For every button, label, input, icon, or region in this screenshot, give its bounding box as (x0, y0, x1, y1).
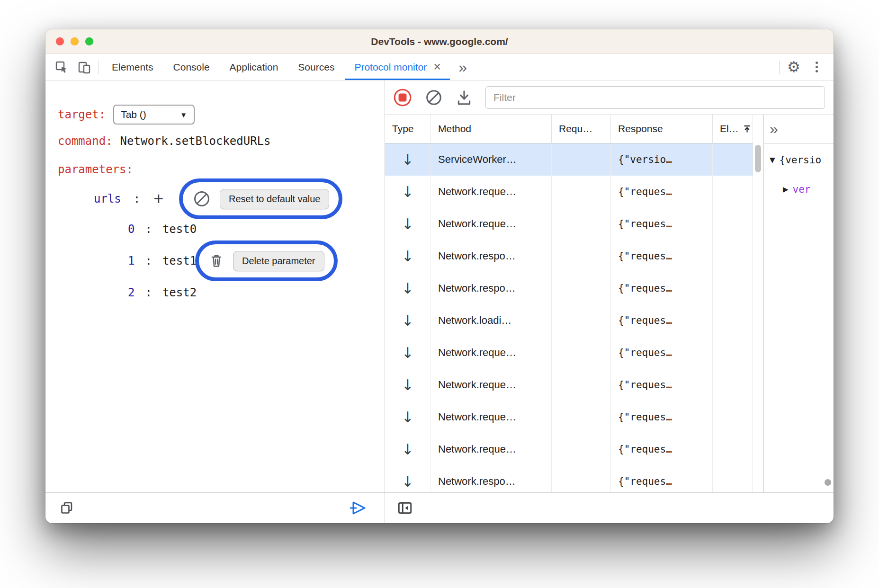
target-row: target: Tab () ▼ (45, 104, 385, 125)
editor-bottombar (45, 492, 385, 523)
table-row[interactable]: ↓ Network.reque… {"reques… (385, 176, 753, 208)
table-row[interactable]: ↓ Network.respo… {"reques… (385, 240, 753, 272)
tree-row-child[interactable]: ▶ ver (764, 175, 834, 204)
column-header-request[interactable]: Requ… (552, 115, 611, 143)
trash-icon (208, 253, 224, 269)
message-detail-sidebar: » ▼ {versio ▶ ver (763, 115, 834, 492)
highlight-ring-reset: Reset to default value (179, 178, 342, 219)
message-received-icon: ↓ (402, 217, 414, 232)
send-command-button[interactable] (349, 499, 368, 517)
column-label: Type (392, 123, 414, 134)
device-toolbar-button[interactable] (73, 54, 96, 80)
minimize-window-button[interactable] (71, 37, 79, 45)
method-cell: Network.loadi… (431, 304, 552, 337)
table-row[interactable]: ↓ Network.respo… {"reques… (385, 272, 753, 304)
urls-key: urls (94, 192, 121, 205)
command-value[interactable]: Network.setBlockedURLs (120, 134, 271, 148)
more-tabs-button[interactable]: » (451, 54, 474, 80)
tab-elements[interactable]: Elements (102, 54, 163, 80)
protocol-monitor-panel: Type Method Requ… Response El… (385, 80, 834, 523)
fullscreen-window-button[interactable] (85, 37, 93, 45)
tab-application[interactable]: Application (220, 54, 288, 80)
column-header-elapsed[interactable]: El… (713, 115, 753, 143)
toolbar-separator (99, 61, 99, 74)
table-row[interactable]: ↓ Network.reque… {"reques… (385, 369, 753, 401)
column-header-type[interactable]: Type (385, 115, 431, 143)
column-header-response[interactable]: Response (611, 115, 713, 143)
tree-collapsed-icon[interactable]: ▶ (783, 185, 789, 194)
toggle-sidebar-button[interactable] (396, 499, 413, 517)
request-cell (552, 272, 611, 304)
save-button[interactable] (455, 89, 473, 107)
command-editor[interactable]: target: Tab () ▼ command: Network.setBlo… (45, 80, 385, 492)
tree-expanded-icon[interactable]: ▼ (770, 156, 775, 164)
table-row[interactable]: ↓ Network.reque… {"reques… (385, 208, 753, 240)
inspect-element-button[interactable] (50, 54, 73, 80)
table-row[interactable]: ↓ ServiceWorker… {"versio… (385, 143, 753, 176)
target-label: target: (58, 108, 106, 121)
parameter-value[interactable]: test2 (162, 286, 197, 299)
scrollbar-thumb[interactable] (755, 145, 761, 172)
target-select[interactable]: Tab () ▼ (113, 105, 195, 125)
command-row: command: Network.setBlockedURLs (45, 131, 385, 151)
parameters-label: parameters: (58, 163, 133, 176)
block-icon (425, 89, 443, 107)
response-cell: {"reques… (611, 272, 713, 304)
reset-to-default-button[interactable]: Reset to default value (220, 189, 329, 209)
table-row[interactable]: ↓ Network.reque… {"reques… (385, 337, 753, 369)
response-cell: {"reques… (611, 433, 713, 465)
message-received-icon: ↓ (402, 281, 414, 296)
devtools-tabbar: Elements Console Application Sources Pro… (45, 54, 834, 80)
message-received-icon: ↓ (402, 442, 414, 457)
table-row[interactable]: ↓ Network.reque… {"reques… (385, 433, 753, 465)
parameter-value[interactable]: test1 (162, 254, 197, 267)
method-cell: Network.reque… (431, 433, 552, 465)
table-scrollbar[interactable] (753, 115, 763, 492)
messages-table: Type Method Requ… Response El… (385, 115, 753, 492)
reset-to-default-icon-button[interactable] (192, 189, 211, 208)
copy-command-button[interactable] (60, 501, 74, 515)
sidebar-scrollbar-thumb[interactable] (825, 479, 831, 486)
delete-parameter-icon-button[interactable] (208, 253, 224, 269)
delete-parameter-button[interactable]: Delete parameter (233, 251, 324, 271)
method-cell: Network.reque… (431, 401, 552, 433)
message-received-icon: ↓ (402, 313, 414, 328)
tabbar-right-controls: ⚙ (776, 54, 834, 80)
tab-sources[interactable]: Sources (288, 54, 344, 80)
table-row[interactable]: ↓ Network.loadi… {"reques… (385, 304, 753, 337)
message-received-icon: ↓ (402, 152, 414, 167)
settings-button[interactable]: ⚙ (782, 60, 805, 74)
parameter-value[interactable]: test0 (162, 223, 197, 236)
column-header-method[interactable]: Method (431, 115, 552, 143)
copy-icon (60, 501, 74, 515)
customize-menu-button[interactable] (805, 62, 828, 72)
table-row[interactable]: ↓ Network.reque… {"reques… (385, 401, 753, 433)
response-cell: {"reques… (611, 208, 713, 240)
column-label: Method (438, 123, 471, 134)
request-cell (552, 465, 611, 492)
colon: : (145, 223, 152, 236)
request-cell (552, 369, 611, 401)
close-window-button[interactable] (56, 37, 64, 45)
send-icon (349, 499, 368, 517)
response-tree: ▼ {versio ▶ ver (764, 143, 834, 492)
table-row[interactable]: ↓ Network.respo… {"reques… (385, 465, 753, 492)
record-button[interactable] (393, 88, 413, 107)
column-label: El… (720, 123, 739, 134)
colon: : (145, 286, 152, 299)
response-cell: {"reques… (611, 465, 713, 492)
tab-console[interactable]: Console (163, 54, 220, 80)
inspect-cursor-icon (55, 61, 68, 74)
method-cell: Network.reque… (431, 208, 552, 240)
close-tab-icon[interactable]: × (433, 61, 441, 73)
tab-label: Protocol monitor (354, 62, 427, 73)
elapsed-cell (713, 465, 753, 492)
clear-button[interactable] (425, 89, 443, 107)
tree-row-root[interactable]: ▼ {versio (764, 145, 834, 175)
collapse-sidebar-button[interactable]: » (770, 121, 777, 136)
tab-protocol-monitor[interactable]: Protocol monitor × (344, 54, 451, 80)
window-title: DevTools - www.google.com/ (371, 36, 508, 47)
filter-input[interactable] (485, 86, 825, 109)
record-icon (393, 88, 413, 107)
add-parameter-button[interactable]: + (153, 190, 163, 207)
